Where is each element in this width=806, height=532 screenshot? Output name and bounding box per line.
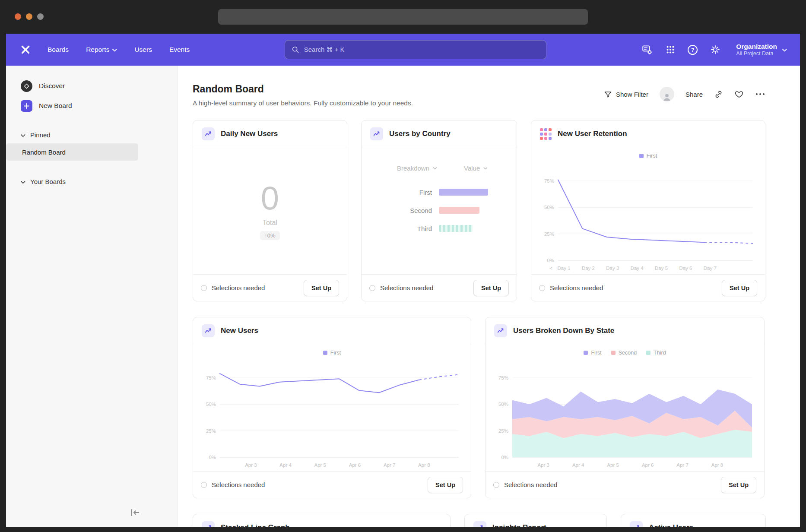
copy-link-icon[interactable]	[714, 90, 723, 99]
card-title[interactable]: Active Users	[649, 523, 693, 527]
card-body: First 0%25%50%75%Apr 3Apr 4Apr 5Apr 6Apr…	[193, 344, 471, 471]
svg-text:Apr 8: Apr 8	[711, 462, 723, 468]
legend-swatch	[323, 351, 327, 355]
value-label: Value	[464, 165, 480, 172]
svg-text:Apr 3: Apr 3	[245, 462, 257, 468]
svg-text:<: <	[549, 266, 552, 271]
legend-item[interactable]: Third	[646, 350, 666, 356]
value-dropdown[interactable]: Value	[464, 165, 488, 172]
settings-gear-icon[interactable]	[709, 44, 721, 56]
svg-text:75%: 75%	[498, 375, 508, 380]
card-header: New Users	[193, 317, 471, 344]
legend-item[interactable]: First	[639, 153, 657, 159]
svg-text:25%: 25%	[206, 428, 216, 434]
sidebar-item-random-board[interactable]: Random Board	[6, 143, 138, 161]
state-chart: FirstSecondThird 0%25%50%75%Apr 3Apr 4Ap…	[486, 344, 764, 471]
chart-legend: FirstSecondThird	[490, 347, 760, 359]
more-options-icon[interactable]	[755, 92, 765, 96]
country-row-label: Third	[362, 225, 432, 232]
show-filter-button[interactable]: Show Filter	[604, 90, 648, 98]
card-header: Users by Country	[362, 120, 517, 147]
favorite-heart-icon[interactable]	[734, 89, 744, 99]
status-circle-icon	[369, 285, 375, 291]
new-users-chart: First 0%25%50%75%Apr 3Apr 4Apr 5Apr 6Apr…	[193, 344, 471, 471]
card-header: Users Broken Down By State	[486, 317, 764, 344]
new-board-button[interactable]: New Board	[6, 96, 177, 116]
breakdown-dropdown[interactable]: Breakdown	[397, 165, 437, 172]
plus-icon	[21, 100, 32, 112]
stat-delta-badge: ↑0%	[260, 231, 279, 240]
help-icon[interactable]	[688, 45, 698, 55]
line-chart-icon	[202, 521, 215, 527]
sidebar-item-discover[interactable]: Discover	[6, 76, 177, 96]
card-daily-new-users: Daily New Users 0 Total ↑0% Selections n…	[193, 120, 347, 301]
chevron-down-icon	[112, 46, 117, 54]
card-users-by-state: Users Broken Down By State FirstSecondTh…	[485, 317, 765, 498]
discover-icon	[21, 80, 32, 92]
breakdown-label: Breakdown	[397, 165, 429, 172]
sidebar-collapse-icon[interactable]	[130, 509, 140, 518]
svg-text:0%: 0%	[501, 455, 508, 460]
set-up-button[interactable]: Set Up	[721, 477, 756, 493]
svg-text:25%: 25%	[498, 428, 508, 434]
line-chart-icon	[630, 521, 643, 527]
svg-text:50%: 50%	[498, 402, 508, 407]
mixpanel-logo-icon[interactable]	[19, 43, 32, 56]
set-up-button[interactable]: Set Up	[473, 280, 509, 296]
window-close-button[interactable]	[15, 13, 21, 20]
svg-text:Day 3: Day 3	[606, 266, 619, 271]
page-subtitle: A high-level summary of user behaviors. …	[193, 99, 413, 107]
card-footer: Selections needed Set Up	[193, 274, 347, 301]
nav-item-reports[interactable]: Reports	[86, 46, 117, 54]
nav-item-users[interactable]: Users	[134, 46, 152, 54]
set-up-button[interactable]: Set Up	[722, 280, 757, 296]
country-row: Second	[362, 201, 517, 219]
card-title[interactable]: New User Retention	[558, 130, 627, 138]
sidebar-item-label: Discover	[39, 82, 65, 90]
sidebar-section-your-boards[interactable]: Your Boards	[6, 173, 177, 190]
window-minimize-button[interactable]	[26, 13, 32, 20]
status-circle-icon	[201, 285, 207, 291]
card-new-users: New Users First 0%25%50%75%Apr 3Apr 4Apr…	[193, 317, 471, 498]
svg-text:Day 6: Day 6	[679, 266, 692, 271]
country-column-headers: Breakdown Value	[362, 147, 517, 172]
card-body: First 0%25%50%75%Day 1Day 2Day 3Day 4Day…	[531, 147, 765, 274]
chart-legend: First	[536, 150, 761, 162]
card-title[interactable]: New Users	[221, 326, 258, 335]
legend-item[interactable]: First	[323, 350, 341, 356]
svg-text:75%: 75%	[206, 375, 216, 380]
avatar[interactable]	[660, 87, 674, 101]
legend-item[interactable]: First	[584, 350, 601, 356]
legend-swatch	[611, 351, 616, 355]
org-switcher[interactable]: Organization All Project Data	[736, 42, 787, 57]
data-management-icon[interactable]	[641, 44, 653, 56]
legend-item[interactable]: Second	[611, 350, 637, 356]
card-row-2: New Users First 0%25%50%75%Apr 3Apr 4Apr…	[193, 317, 800, 498]
stat-label: Total	[263, 219, 277, 227]
org-name: Organization	[736, 42, 777, 51]
nav-item-boards[interactable]: Boards	[48, 46, 69, 54]
card-title[interactable]: Users Broken Down By State	[513, 326, 614, 335]
retention-grid-icon	[540, 128, 552, 140]
browser-url-bar[interactable]	[218, 9, 588, 25]
legend-swatch	[639, 154, 644, 158]
sidebar-section-pinned[interactable]: Pinned	[6, 126, 177, 143]
window-zoom-button[interactable]	[37, 13, 44, 20]
svg-text:Apr 5: Apr 5	[314, 462, 327, 468]
apps-grid-icon[interactable]	[664, 44, 676, 56]
country-bar	[439, 225, 473, 232]
board-main: Random Board A high-level summary of use…	[178, 66, 800, 527]
page-title: Random Board	[193, 83, 413, 95]
card-title[interactable]: Users by Country	[389, 130, 451, 138]
svg-text:Day 5: Day 5	[655, 266, 668, 271]
card-title[interactable]: Daily New Users	[221, 130, 278, 138]
share-button[interactable]: Share	[685, 91, 703, 98]
card-title[interactable]: Insights Report	[492, 523, 546, 527]
card-header: Insights Report	[465, 514, 606, 527]
board-header: Random Board A high-level summary of use…	[193, 83, 765, 107]
set-up-button[interactable]: Set Up	[304, 280, 339, 296]
nav-item-events[interactable]: Events	[169, 46, 190, 54]
card-title[interactable]: Stacked Line Graph	[221, 523, 290, 527]
search-input[interactable]: Search ⌘ + K	[285, 40, 546, 59]
set-up-button[interactable]: Set Up	[428, 477, 463, 493]
